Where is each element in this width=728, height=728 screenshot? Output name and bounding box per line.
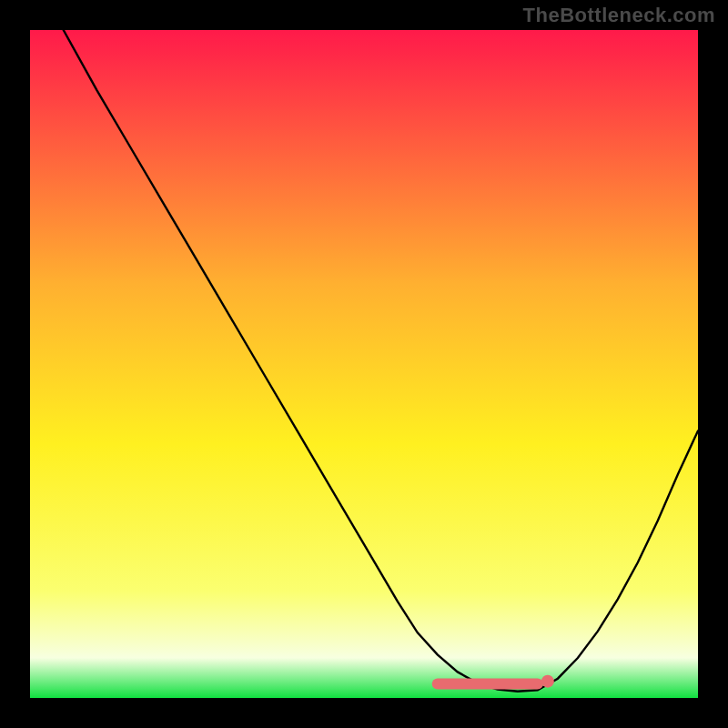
chart-frame: TheBottleneck.com [0,0,728,728]
plot-area [30,30,698,698]
gradient-background [30,30,698,698]
plot-svg [30,30,698,698]
watermark-text: TheBottleneck.com [523,4,715,27]
min-end-dot [541,675,554,688]
